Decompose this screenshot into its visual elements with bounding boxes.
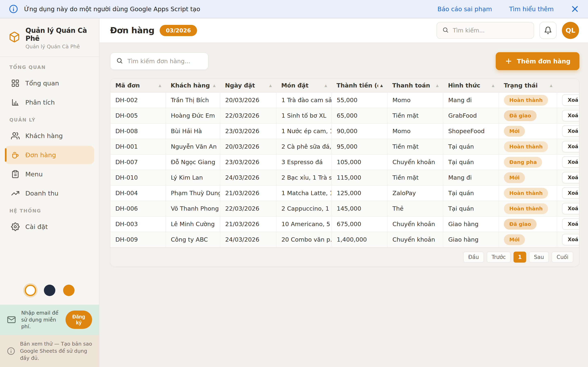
column-header-ma-don[interactable]: Mã đơn▲ <box>111 79 166 92</box>
column-header-ngay-dat[interactable]: Ngày đặt▲ <box>220 79 276 92</box>
column-header-trang-thai[interactable]: Trạng thái▲ <box>499 79 557 92</box>
customer-cell: Đỗ Ngọc Giang <box>166 154 220 170</box>
delete-button[interactable]: Xoá <box>562 218 579 230</box>
sort-arrow-icon[interactable]: ▲ <box>380 83 383 87</box>
payment-cell: Chuyển khoản <box>387 154 443 170</box>
report-abuse-link[interactable]: Báo cáo sai phạm <box>438 6 492 13</box>
table-row[interactable]: DH-010 Lý Kim Lan 24/03/2026 2 Bạc xỉu, … <box>111 170 579 185</box>
pagination-first-button[interactable]: Đầu <box>463 252 484 263</box>
payment-cell: Chuyển khoản <box>387 216 443 232</box>
payment-cell: Momo <box>387 123 443 139</box>
customer-cell: Lê Minh Cường <box>166 216 220 232</box>
sort-arrow-icon[interactable]: ▲ <box>213 83 216 87</box>
sidebar-item-menu[interactable]: Menu <box>5 165 94 183</box>
delete-button[interactable]: Xoá <box>562 110 579 121</box>
month-badge: 03/2026 <box>160 25 197 36</box>
status-cell: Đang pha <box>499 154 557 170</box>
sort-arrow-icon[interactable]: ▲ <box>436 83 439 87</box>
preview-note-text: Bản xem thử — Tạo bản sao Google Sheets … <box>20 340 92 362</box>
sidebar-item-label: Menu <box>25 170 43 178</box>
delete-button[interactable]: Xoá <box>562 187 579 199</box>
delete-button[interactable]: Xoá <box>562 125 579 137</box>
table-row[interactable]: DH-008 Bùi Hải Hà 23/03/2026 1 Nước ép c… <box>111 123 579 139</box>
actions-cell: Xoá <box>557 216 579 232</box>
pagination-prev-button[interactable]: Trước <box>487 252 511 263</box>
column-header-thanh-tien[interactable]: Thành tiền (đ)▲ <box>332 79 387 92</box>
column-header-actions <box>557 79 579 92</box>
column-header-thanh-toan[interactable]: Thanh toán▲ <box>387 79 443 92</box>
coffee-cup-icon <box>11 151 20 159</box>
sidebar-item-phan-tich[interactable]: Phân tích <box>5 93 94 111</box>
sidebar-nav: TỔNG QUAN Tổng quan Phân tích QUẢN LÝ Kh… <box>0 57 99 237</box>
brand: Quản lý Quán Cà Phê Quản lý Quán Cà Phê <box>0 18 99 57</box>
table-row[interactable]: DH-009 Công ty ABC 24/03/2026 20 Combo v… <box>111 232 579 247</box>
pagination-next-button[interactable]: Sau <box>529 252 549 263</box>
channel-cell: Mang đi <box>443 170 499 185</box>
column-header-khach-hang[interactable]: Khách hàng▲ <box>166 79 220 92</box>
orders-search[interactable] <box>110 52 208 70</box>
delete-button[interactable]: Xoá <box>562 172 579 183</box>
notifications-button[interactable] <box>539 22 557 39</box>
add-order-button[interactable]: Thêm đơn hàng <box>496 52 579 70</box>
plus-icon <box>505 57 512 65</box>
table-row[interactable]: DH-007 Đỗ Ngọc Giang 23/03/2026 3 Espres… <box>111 154 579 170</box>
add-order-label: Thêm đơn hàng <box>517 58 571 65</box>
sort-arrow-icon[interactable]: ▲ <box>269 83 272 87</box>
date-cell: 22/03/2026 <box>220 108 276 123</box>
page-header: Đơn hàng 03/2026 QL <box>99 18 588 43</box>
sidebar-item-cai-dat[interactable]: Cài đặt <box>5 217 94 236</box>
email-cta-text: Nhập email để sử dụng miễn phí. <box>21 309 60 330</box>
column-header-mon-dat[interactable]: Món đặt▲ <box>276 79 332 92</box>
table-row[interactable]: DH-005 Hoàng Đức Em 22/03/2026 1 Sinh tố… <box>111 108 579 123</box>
status-badge: Mới <box>504 234 525 245</box>
delete-button[interactable]: Xoá <box>562 203 579 214</box>
items-cell: 2 Bạc xỉu, 1 Trà s… <box>276 170 332 185</box>
app-subtitle: Quản lý Quán Cà Phê <box>26 44 90 50</box>
table-row[interactable]: DH-001 Nguyễn Văn An 20/03/2026 2 Cà phê… <box>111 139 579 154</box>
delete-button[interactable]: Xoá <box>562 234 579 245</box>
sidebar: Quản lý Quán Cà Phê Quản lý Quán Cà Phê … <box>0 18 99 367</box>
orders-search-input[interactable] <box>127 58 202 65</box>
order-id-cell: DH-008 <box>111 123 166 139</box>
table-row[interactable]: DH-002 Trần Thị Bích 20/03/2026 1 Trà đà… <box>111 92 579 108</box>
avatar[interactable]: QL <box>562 22 579 39</box>
app-title: Quản lý Quán Cà Phê <box>26 26 90 42</box>
delete-button[interactable]: Xoá <box>562 94 579 106</box>
sort-arrow-icon[interactable]: ▲ <box>159 83 161 87</box>
sidebar-item-don-hang[interactable]: Đơn hàng <box>5 146 94 164</box>
signup-button[interactable]: Đăng ký <box>66 310 92 329</box>
date-cell: 23/03/2026 <box>220 123 276 139</box>
theme-dot-orange[interactable] <box>63 285 75 296</box>
channel-cell: Giao hàng <box>443 216 499 232</box>
learn-more-link[interactable]: Tìm hiểu thêm <box>509 6 554 13</box>
date-cell: 20/03/2026 <box>220 92 276 108</box>
preview-note: Bản xem thử — Tạo bản sao Google Sheets … <box>0 335 99 367</box>
table-row[interactable]: DH-006 Võ Thanh Phong 22/03/2026 2 Cappu… <box>111 201 579 216</box>
pagination-current-page[interactable]: 1 <box>513 252 526 263</box>
orders-toolbar: Thêm đơn hàng <box>110 52 579 70</box>
table-row[interactable]: DH-003 Lê Minh Cường 21/03/2026 10 Ameri… <box>111 216 579 232</box>
column-header-hinh-thuc[interactable]: Hình thức▲ <box>443 79 499 92</box>
pagination-last-button[interactable]: Cuối <box>552 252 573 263</box>
theme-dot-light[interactable] <box>25 285 36 296</box>
delete-button[interactable]: Xoá <box>562 156 579 168</box>
theme-dot-dark[interactable] <box>44 285 55 296</box>
sidebar-item-label: Doanh thu <box>25 190 58 197</box>
sidebar-item-tong-quan[interactable]: Tổng quan <box>5 74 94 92</box>
global-search-input[interactable] <box>453 27 528 34</box>
close-icon[interactable] <box>571 5 579 13</box>
sidebar-item-doanh-thu[interactable]: Doanh thu <box>5 184 94 202</box>
orders-table-card: Mã đơn▲ Khách hàng▲ Ngày đặt▲ Món đặt▲ T… <box>110 78 579 267</box>
users-icon <box>11 132 20 140</box>
sidebar-item-khach-hang[interactable]: Khách hàng <box>5 127 94 145</box>
sort-arrow-icon[interactable]: ▲ <box>324 83 327 87</box>
order-id-cell: DH-004 <box>111 185 166 201</box>
global-search[interactable] <box>437 22 534 39</box>
banner-text: Ứng dụng này do một người dùng Google Ap… <box>24 6 200 13</box>
sort-arrow-icon[interactable]: ▲ <box>492 83 494 87</box>
table-row[interactable]: DH-004 Phạm Thuỳ Dung 21/03/2026 1 Match… <box>111 185 579 201</box>
sort-arrow-icon[interactable]: ▲ <box>550 83 553 87</box>
delete-button[interactable]: Xoá <box>562 141 579 152</box>
total-cell: 95,000 <box>332 139 387 154</box>
customer-cell: Lý Kim Lan <box>166 170 220 185</box>
